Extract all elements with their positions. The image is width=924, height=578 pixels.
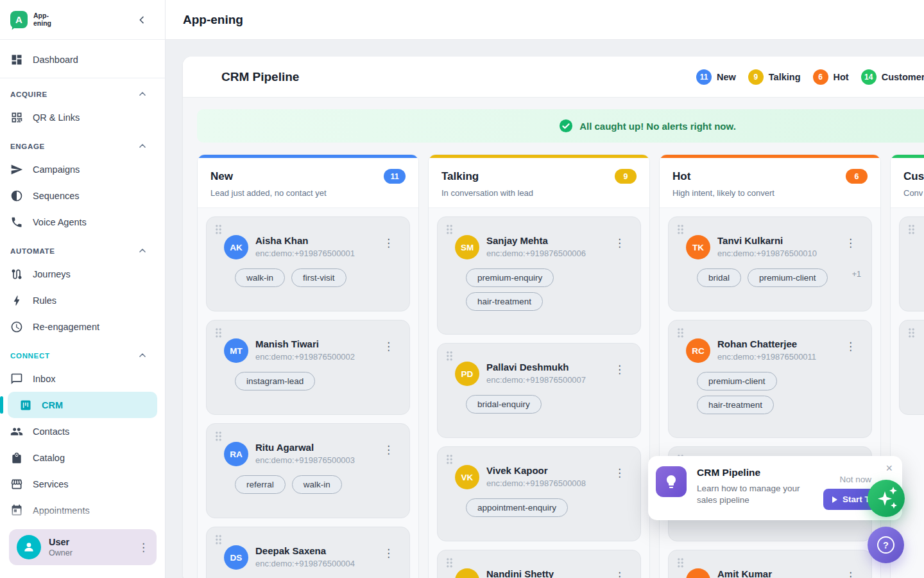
- sidebar-item-qr-links[interactable]: QR & Links: [0, 104, 165, 130]
- card-menu-kebab-icon[interactable]: ⋮: [383, 444, 394, 455]
- lead-phone: enc:demo:+919876500001: [255, 249, 376, 258]
- drag-handle-icon[interactable]: [215, 534, 222, 545]
- lead-card[interactable]: PDPallavi Deshmukhenc:demo:+919876500007…: [437, 343, 641, 438]
- legend-item-talking: 9Talking: [748, 69, 801, 85]
- help-fab[interactable]: ?: [868, 527, 904, 563]
- lead-card[interactable]: [899, 320, 924, 415]
- drag-handle-icon[interactable]: [446, 454, 453, 464]
- lead-card[interactable]: RARitu Agarwalenc:demo:+919876500003⋮ref…: [206, 423, 410, 518]
- lead-name: Deepak Saxena: [255, 545, 376, 556]
- card-menu-kebab-icon[interactable]: ⋮: [845, 238, 856, 249]
- lead-card[interactable]: RCRohan Chatterjeeenc:demo:+919876500011…: [668, 320, 872, 438]
- sidebar-item-voice-agents[interactable]: Voice Agents: [0, 209, 165, 235]
- sidebar-collapse-button[interactable]: [137, 15, 147, 25]
- sidebar-item-inbox[interactable]: Inbox: [0, 365, 165, 392]
- sidebar-item-services[interactable]: Services: [0, 471, 165, 497]
- sidebar-item-rules[interactable]: Rules: [0, 287, 165, 313]
- lead-card[interactable]: NSNandini Shetty⋮: [437, 550, 641, 578]
- card-menu-kebab-icon[interactable]: ⋮: [383, 238, 394, 249]
- chevron-up-icon[interactable]: [138, 142, 147, 151]
- lead-card[interactable]: [899, 216, 924, 311]
- sidebar-item-re-engagement[interactable]: Re-engagement: [0, 313, 165, 340]
- ai-sparkle-fab[interactable]: [868, 480, 905, 517]
- column-subtitle: Lead just added, no contact yet: [210, 188, 406, 198]
- lead-info: Aisha Khanenc:demo:+919876500001: [255, 235, 376, 258]
- lead-info: Rohan Chatterjeeenc:demo:+919876500011: [717, 338, 838, 362]
- drag-handle-icon[interactable]: [215, 328, 222, 338]
- lead-phone: enc:demo:+919876500002: [255, 352, 376, 362]
- user-profile-card[interactable]: User Owner ⋮: [9, 529, 157, 565]
- drag-handle-icon[interactable]: [215, 431, 222, 441]
- chat-icon: [10, 372, 23, 385]
- drag-handle-icon[interactable]: [677, 557, 684, 568]
- drag-handle-icon[interactable]: [908, 224, 915, 234]
- card-menu-kebab-icon[interactable]: ⋮: [383, 548, 394, 559]
- lead-avatar: MT: [224, 338, 248, 363]
- card-menu-kebab-icon[interactable]: ⋮: [614, 364, 625, 375]
- sidebar-item-campaigns[interactable]: Campaigns: [0, 156, 165, 182]
- drag-handle-icon[interactable]: [215, 224, 222, 234]
- sidebar-item-journeys[interactable]: Journeys: [0, 261, 165, 287]
- chevron-up-icon[interactable]: [138, 247, 147, 256]
- section-label: ACQUIRE: [10, 91, 47, 98]
- tour-toast: CRM Pipeline Learn how to manage your sa…: [648, 456, 902, 520]
- card-menu-kebab-icon[interactable]: ⋮: [614, 238, 625, 249]
- sidebar-item-label: Voice Agents: [33, 217, 87, 227]
- card-menu-kebab-icon[interactable]: ⋮: [845, 341, 856, 352]
- card-menu-kebab-icon[interactable]: ⋮: [383, 341, 394, 352]
- lead-name: Pallavi Deshmukh: [486, 362, 607, 372]
- sidebar-item-crm[interactable]: CRM: [8, 392, 157, 418]
- sidebar-item-dashboard[interactable]: Dashboard: [0, 48, 165, 72]
- user-menu-kebab-icon[interactable]: ⋮: [138, 542, 149, 553]
- sidebar-item-label: Appointments: [33, 505, 90, 516]
- tag-pill: appointment-enquiry: [466, 498, 568, 517]
- user-avatar: [17, 535, 41, 559]
- lead-phone: enc:demo:+919876500011: [717, 352, 838, 362]
- lead-info: Nandini Shetty: [486, 568, 607, 578]
- card-menu-kebab-icon[interactable]: ⋮: [614, 571, 625, 578]
- tag-pill: bridal: [697, 268, 741, 287]
- sidebar-item-appointments[interactable]: Appointments: [0, 497, 165, 523]
- section-label: ENGAGE: [10, 143, 45, 150]
- drag-handle-icon[interactable]: [446, 557, 453, 568]
- tag-pill: premium-client: [748, 268, 828, 287]
- close-icon[interactable]: ×: [886, 462, 893, 474]
- lead-name: Rohan Chatterjee: [717, 338, 838, 349]
- lead-info: Tanvi Kulkarnienc:demo:+919876500010: [717, 235, 838, 258]
- drag-handle-icon[interactable]: [677, 328, 684, 338]
- stage-legend: 11New9Talking6Hot14Customer: [696, 57, 924, 97]
- drag-handle-icon[interactable]: [908, 328, 915, 338]
- user-name: User: [49, 537, 73, 547]
- column-header: Customer14Conv: [891, 158, 924, 208]
- sidebar-item-sequences[interactable]: Sequences: [0, 182, 165, 209]
- sidebar-item-contacts[interactable]: Contacts: [0, 418, 165, 444]
- sidebar-divider: [0, 78, 165, 78]
- drag-handle-icon[interactable]: [446, 351, 453, 361]
- section-label: CONNECT: [10, 352, 50, 360]
- sidebar-item-catalog[interactable]: Catalog: [0, 444, 165, 471]
- bolt-icon: [10, 294, 23, 307]
- column-title: Hot: [672, 170, 690, 183]
- lead-card[interactable]: SMSanjay Mehtaenc:demo:+919876500006⋮pre…: [437, 216, 641, 335]
- tag-pill: referral: [235, 475, 286, 494]
- sidebar: A App- ening Dashboard ACQUIREQR & Links…: [0, 0, 166, 578]
- lead-avatar: DS: [224, 545, 248, 570]
- lead-tags: instagram-lead: [235, 372, 399, 390]
- chevron-up-icon[interactable]: [138, 90, 147, 99]
- not-now-button[interactable]: Not now: [839, 475, 871, 484]
- column-title: Customer: [903, 170, 924, 183]
- lead-card[interactable]: DSDeepak Saxenaenc:demo:+919876500004⋮: [206, 527, 410, 578]
- lead-card[interactable]: MTManish Tiwarienc:demo:+919876500002⋮in…: [206, 320, 410, 415]
- lead-card[interactable]: AKAisha Khanenc:demo:+919876500001⋮walk-…: [206, 216, 410, 311]
- kanban-icon: [19, 399, 32, 412]
- card-menu-kebab-icon[interactable]: ⋮: [614, 468, 625, 478]
- drag-handle-icon[interactable]: [677, 224, 684, 234]
- card-menu-kebab-icon[interactable]: ⋮: [845, 571, 856, 578]
- lead-card[interactable]: VKVivek Kapoorenc:demo:+919876500008⋮app…: [437, 446, 641, 541]
- lead-card[interactable]: AKAmit Kumar⋮: [668, 550, 872, 578]
- lead-card[interactable]: TKTanvi Kulkarnienc:demo:+919876500010⋮b…: [668, 216, 872, 311]
- drag-handle-icon[interactable]: [446, 224, 453, 234]
- lead-avatar: PD: [455, 362, 479, 386]
- chevron-up-icon[interactable]: [138, 351, 147, 360]
- sidebar-item-label: Re-engagement: [33, 322, 99, 332]
